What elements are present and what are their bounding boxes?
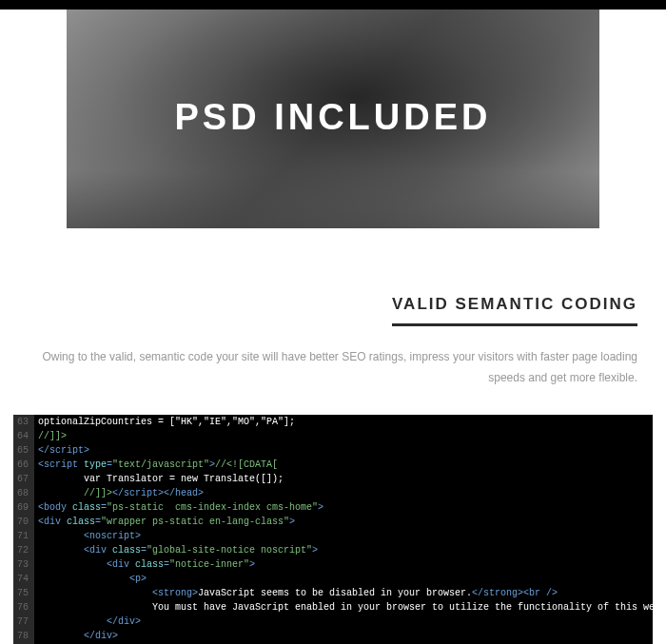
line-number: 66 <box>13 458 34 472</box>
code-content: You must have JavaScript enabled in your… <box>34 600 666 615</box>
line-number: 70 <box>13 515 34 529</box>
line-number: 78 <box>13 629 34 643</box>
code-line: 68 //]]></script></head> <box>13 486 653 500</box>
code-line: 78 </div> <box>13 629 653 643</box>
line-number: 65 <box>13 443 34 458</box>
line-number: 67 <box>13 472 34 486</box>
code-content: </div> <box>34 629 118 643</box>
code-line: 63optionalZipCountries = ["HK","IE","MO"… <box>13 415 653 429</box>
line-number: 68 <box>13 486 34 500</box>
code-line: 66<script type="text/javascript">//<![CD… <box>13 458 653 472</box>
line-number: 71 <box>13 529 34 543</box>
code-line: 69<body class="ps-static cms-index-index… <box>13 500 653 515</box>
code-content: optionalZipCountries = ["HK","IE","MO","… <box>34 415 295 429</box>
line-number: 63 <box>13 415 34 429</box>
code-line: 75 <strong>JavaScript seems to be disabl… <box>13 586 653 600</box>
section-heading: VALID SEMANTIC CODING <box>392 295 637 326</box>
code-content: <strong>JavaScript seems to be disabled … <box>34 586 558 600</box>
code-line: 73 <div class="notice-inner"> <box>13 557 653 572</box>
code-line: 76 You must have JavaScript enabled in y… <box>13 600 653 615</box>
code-content: <div class="global-site-notice noscript"… <box>34 543 318 557</box>
code-content: <div class="wrapper ps-static en-lang-cl… <box>34 515 295 529</box>
line-number: 75 <box>13 586 34 600</box>
code-line: 64//]]> <box>13 429 653 443</box>
code-line: 67 var Translator = new Translate([]); <box>13 472 653 486</box>
hero-title: PSD INCLUDED <box>174 97 491 138</box>
top-bar <box>0 0 666 10</box>
section-description: Owing to the valid, semantic code your s… <box>0 326 666 415</box>
code-line: 74 <p> <box>13 572 653 586</box>
code-content: <noscript> <box>34 529 141 543</box>
line-number: 64 <box>13 429 34 443</box>
line-number: 74 <box>13 572 34 586</box>
line-number: 76 <box>13 600 34 615</box>
code-content: </script> <box>34 443 89 458</box>
line-number: 73 <box>13 557 34 572</box>
code-content: </div> <box>34 615 141 629</box>
code-line: 65</script> <box>13 443 653 458</box>
code-content: <script type="text/javascript">//<![CDAT… <box>34 458 278 472</box>
line-number: 72 <box>13 543 34 557</box>
code-content: //]]> <box>34 429 67 443</box>
line-number: 69 <box>13 500 34 515</box>
code-content: //]]></script></head> <box>34 486 204 500</box>
section-heading-wrap: VALID SEMANTIC CODING <box>0 228 666 326</box>
code-line: 77 </div> <box>13 615 653 629</box>
code-content: var Translator = new Translate([]); <box>34 472 284 486</box>
code-content: <div class="notice-inner"> <box>34 557 255 572</box>
code-block: 63optionalZipCountries = ["HK","IE","MO"… <box>13 415 653 644</box>
code-content: <p> <box>34 572 147 586</box>
code-content: <body class="ps-static cms-index-index c… <box>34 500 323 515</box>
code-line: 70<div class="wrapper ps-static en-lang-… <box>13 515 653 529</box>
code-line: 71 <noscript> <box>13 529 653 543</box>
line-number: 77 <box>13 615 34 629</box>
code-line: 72 <div class="global-site-notice noscri… <box>13 543 653 557</box>
hero-image: PSD INCLUDED <box>67 10 599 228</box>
